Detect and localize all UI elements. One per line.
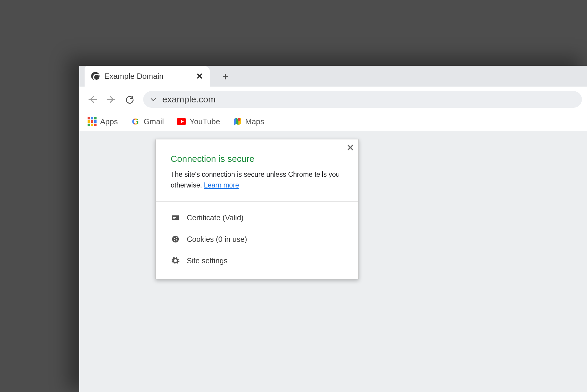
popup-item-cookies[interactable]: Cookies (0 in use)	[156, 228, 358, 250]
gmail-icon: G	[131, 117, 140, 126]
back-arrow-icon	[88, 94, 98, 104]
bookmark-label: Gmail	[143, 117, 164, 126]
close-popup-button[interactable]: ✕	[347, 142, 354, 153]
svg-rect-5	[172, 215, 179, 216]
tab-favicon	[91, 72, 100, 80]
svg-point-11	[176, 239, 177, 241]
svg-marker-1	[234, 118, 236, 125]
bookmarks-bar: Apps G Gmail YouTube Maps	[79, 112, 587, 131]
close-tab-button[interactable]: ✕	[194, 70, 205, 82]
svg-point-9	[174, 238, 175, 239]
svg-point-10	[176, 237, 177, 239]
reload-icon	[125, 94, 135, 104]
gear-icon	[171, 256, 180, 265]
bookmark-label: Maps	[245, 117, 264, 126]
popup-description-text: The site's connection is secure unless C…	[171, 170, 340, 189]
bookmark-label: Apps	[100, 117, 118, 126]
popup-title: Connection is secure	[171, 154, 343, 164]
browser-window: Example Domain ✕ + example.com	[79, 66, 587, 392]
learn-more-link[interactable]: Learn more	[204, 181, 239, 189]
close-icon: ✕	[347, 143, 354, 153]
bookmark-apps[interactable]: Apps	[88, 117, 118, 126]
svg-rect-6	[173, 217, 176, 218]
svg-point-3	[238, 118, 241, 121]
site-info-popup: ✕ Connection is secure The site's connec…	[155, 139, 359, 279]
popup-list: Certificate (Valid) Cookies (0 in use) S…	[156, 202, 358, 279]
popup-item-label: Certificate (Valid)	[187, 213, 244, 222]
forward-arrow-icon	[106, 94, 116, 104]
new-tab-button[interactable]: +	[218, 69, 233, 84]
address-bar[interactable]: example.com	[143, 91, 582, 108]
plus-icon: +	[222, 70, 228, 83]
stage: Example Domain ✕ + example.com	[0, 0, 587, 392]
site-info-button[interactable]	[149, 95, 158, 104]
tab-strip: Example Domain ✕ +	[79, 66, 587, 87]
bookmark-gmail[interactable]: G Gmail	[131, 117, 164, 126]
svg-point-12	[174, 240, 175, 241]
svg-rect-7	[173, 219, 175, 219]
chevron-down-icon	[149, 96, 157, 103]
popup-item-label: Cookies (0 in use)	[187, 235, 247, 244]
youtube-icon	[177, 117, 186, 126]
popup-header: Connection is secure The site's connecti…	[156, 139, 358, 202]
url-text: example.com	[162, 94, 215, 104]
forward-button[interactable]	[103, 91, 119, 107]
reload-button[interactable]	[122, 91, 138, 107]
popup-description: The site's connection is secure unless C…	[171, 169, 343, 190]
popup-item-certificate[interactable]: Certificate (Valid)	[156, 207, 358, 228]
bookmark-youtube[interactable]: YouTube	[177, 117, 220, 126]
toolbar: example.com	[79, 87, 587, 112]
back-button[interactable]	[85, 91, 101, 107]
tab-title: Example Domain	[104, 72, 194, 81]
svg-point-8	[172, 236, 179, 243]
cookie-icon	[171, 234, 180, 244]
bookmark-maps[interactable]: Maps	[233, 117, 264, 126]
bookmark-label: YouTube	[189, 117, 220, 126]
apps-icon	[88, 117, 97, 126]
maps-icon	[233, 117, 241, 126]
popup-item-site-settings[interactable]: Site settings	[156, 250, 358, 271]
active-tab[interactable]: Example Domain ✕	[85, 66, 210, 87]
popup-item-label: Site settings	[187, 256, 227, 265]
certificate-icon	[171, 213, 180, 222]
